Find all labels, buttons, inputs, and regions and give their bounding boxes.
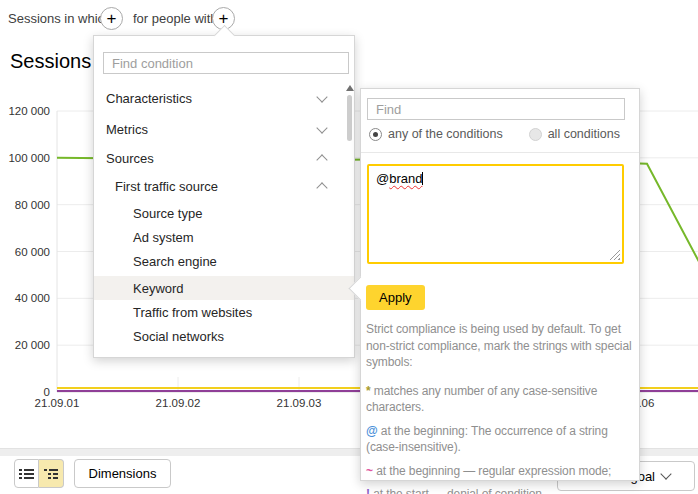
chevron-up-icon	[316, 182, 327, 193]
condition-item-label: Source type	[133, 206, 202, 221]
condition-item-label: Keyword	[133, 281, 184, 296]
help-item: ! at the start — denial of condition.	[366, 486, 634, 494]
keyword-find-input[interactable]	[367, 98, 625, 120]
condition-item-label: First traffic source	[115, 179, 218, 194]
chevron-down-icon	[316, 91, 327, 102]
conditions-textarea[interactable]: @brand	[367, 164, 624, 264]
condition-item-characteristics[interactable]: Characteristics	[94, 86, 354, 110]
condition-item-label: Sources	[106, 151, 154, 166]
asterisk-symbol: *	[366, 384, 371, 398]
condition-item-search-engine[interactable]: Search engine	[94, 249, 354, 273]
page-title: Sessions	[10, 50, 91, 73]
chevron-up-icon	[316, 154, 327, 165]
help-item: ~ at the beginning — regular expression …	[366, 463, 634, 480]
condition-item-label: Ad system	[133, 230, 194, 245]
radio-all-label: all conditions	[548, 127, 620, 141]
textarea-at-prefix: @	[376, 171, 389, 186]
help-item-text: matches any number of any case-sensitive…	[366, 384, 597, 415]
list-view-button[interactable]	[14, 459, 39, 488]
help-item: @ at the beginning: The occurrence of a …	[366, 423, 634, 456]
condition-item-source-type[interactable]: Source type	[94, 201, 354, 225]
scroll-up-icon[interactable]	[346, 85, 354, 91]
condition-item-traffic-from-websites[interactable]: Traffic from websites	[94, 300, 354, 324]
condition-list-scrollbar[interactable]	[347, 85, 353, 350]
x-axis-tick-label: 21.09.01	[35, 397, 80, 409]
condition-item-ad-system[interactable]: Ad system	[94, 225, 354, 249]
resize-grip[interactable]	[609, 249, 620, 260]
radio-all-conditions[interactable]	[529, 128, 542, 141]
match-mode-radio-row: any of the conditions all conditions	[369, 127, 620, 141]
popup-divider	[361, 152, 639, 153]
y-axis-tick-label: 100 000	[8, 152, 50, 164]
condition-item-label: Traffic from websites	[133, 305, 252, 320]
condition-item-label: Search engine	[133, 254, 217, 269]
condition-item-social-networks[interactable]: Social networks	[94, 324, 354, 348]
exclamation-symbol: !	[366, 487, 370, 494]
y-axis-tick-label: 20 000	[15, 339, 50, 351]
help-text-block: Strict compliance is being used by defau…	[366, 321, 634, 494]
tree-icon	[44, 467, 59, 481]
x-axis-tick-label: 21.09.02	[156, 397, 201, 409]
keyword-condition-popup: any of the conditions all conditions @br…	[360, 88, 640, 481]
y-axis-tick-label: 120 000	[8, 105, 50, 117]
condition-item-label: Characteristics	[106, 91, 192, 106]
y-axis-tick-label: 40 000	[15, 292, 50, 304]
tilde-symbol: ~	[366, 464, 373, 478]
list-icon	[19, 467, 34, 481]
condition-item-metrics[interactable]: Metrics	[94, 117, 354, 141]
help-item-text: at the start — denial of condition.	[373, 487, 545, 494]
y-axis-tick-label: 80 000	[15, 199, 50, 211]
condition-item-first-traffic-source[interactable]: First traffic source	[94, 174, 354, 198]
help-item-text: at the beginning: The occurrence of a st…	[366, 424, 608, 455]
help-item-text: at the beginning — regular expression mo…	[376, 464, 611, 478]
chevron-down-icon	[316, 122, 327, 133]
condition-item-keyword[interactable]: Keyword	[94, 276, 354, 300]
tree-view-button[interactable]	[39, 459, 64, 488]
condition-item-sources[interactable]: Sources	[94, 146, 354, 170]
x-axis-tick-label: 21.09.03	[277, 397, 322, 409]
radio-any-of-the-conditions[interactable]	[369, 128, 382, 141]
help-item: * matches any number of any case-sensiti…	[366, 383, 634, 416]
condition-item-label: Metrics	[106, 122, 148, 137]
text-cursor	[422, 172, 423, 185]
apply-button[interactable]: Apply	[366, 285, 425, 310]
dimensions-button[interactable]: Dimensions	[74, 459, 171, 488]
radio-any-label: any of the conditions	[388, 127, 503, 141]
chevron-down-icon	[660, 468, 671, 479]
textarea-word: brand	[389, 171, 422, 186]
at-symbol: @	[366, 424, 378, 438]
find-condition-input[interactable]	[103, 52, 349, 74]
y-axis-tick-label: 60 000	[15, 246, 50, 258]
add-session-condition-button[interactable]: +	[100, 7, 123, 30]
sessions-in-which-label: Sessions in which	[8, 11, 111, 26]
condition-item-label: Social networks	[133, 329, 224, 344]
app-root: 120 000100 00080 00060 00040 00020 00002…	[0, 0, 698, 494]
scrollbar-thumb[interactable]	[347, 95, 352, 141]
help-intro: Strict compliance is being used by defau…	[366, 321, 634, 371]
for-people-with-label: for people with	[133, 11, 218, 26]
condition-dropdown-panel: CharacteristicsMetricsSourcesFirst traff…	[93, 35, 355, 358]
view-toggle-group	[14, 459, 64, 488]
